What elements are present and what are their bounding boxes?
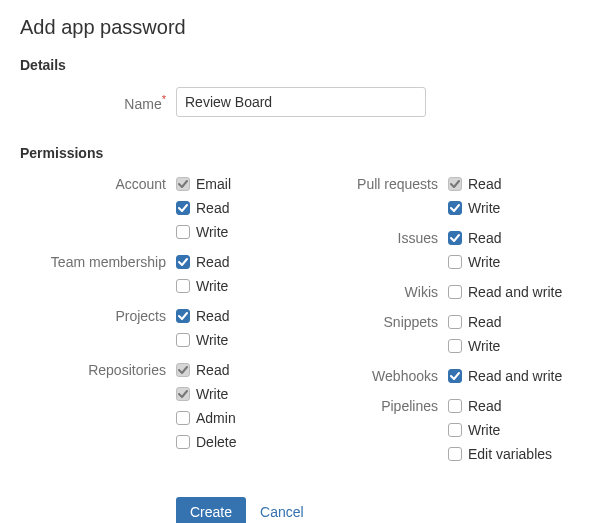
perm-label-projects: Projects	[20, 307, 176, 349]
checkbox-account-email	[176, 177, 190, 191]
checkbox-wikis-read-and-write[interactable]	[448, 285, 462, 299]
perm-group-wikis: WikisRead and write	[298, 283, 576, 301]
perm-label-webhooks: Webhooks	[298, 367, 448, 385]
checkbox-snippets-write[interactable]	[448, 339, 462, 353]
perm-opt-label: Write	[468, 253, 500, 271]
perm-group-projects: ProjectsReadWrite	[20, 307, 298, 349]
perm-group-account: AccountEmailReadWrite	[20, 175, 298, 241]
perm-opts-account: EmailReadWrite	[176, 175, 231, 241]
perm-opt-pipelines-write[interactable]: Write	[448, 421, 552, 439]
checkbox-team-membership-read[interactable]	[176, 255, 190, 269]
details-section-title: Details	[20, 57, 576, 73]
checkbox-issues-write[interactable]	[448, 255, 462, 269]
perm-opt-pipelines-read[interactable]: Read	[448, 397, 552, 415]
checkbox-repositories-delete[interactable]	[176, 435, 190, 449]
perm-opt-issues-write[interactable]: Write	[448, 253, 501, 271]
perm-opt-snippets-write[interactable]: Write	[448, 337, 501, 355]
perm-opts-wikis: Read and write	[448, 283, 562, 301]
perm-opt-label: Read and write	[468, 283, 562, 301]
perm-opt-label: Write	[196, 277, 228, 295]
perm-opt-projects-write[interactable]: Write	[176, 331, 229, 349]
perm-opt-label: Read	[468, 397, 501, 415]
perm-opt-repositories-read: Read	[176, 361, 236, 379]
checkbox-issues-read[interactable]	[448, 231, 462, 245]
perm-opt-account-write[interactable]: Write	[176, 223, 231, 241]
perm-opts-pull-requests: ReadWrite	[448, 175, 501, 217]
permissions-columns: AccountEmailReadWriteTeam membershipRead…	[20, 175, 576, 475]
perm-opt-label: Write	[468, 199, 500, 217]
perm-opt-account-read[interactable]: Read	[176, 199, 231, 217]
checkbox-pipelines-read[interactable]	[448, 399, 462, 413]
permissions-left-column: AccountEmailReadWriteTeam membershipRead…	[20, 175, 298, 475]
perm-opt-wikis-read-and-write[interactable]: Read and write	[448, 283, 562, 301]
button-row: Create Cancel	[176, 497, 576, 523]
perm-label-wikis: Wikis	[298, 283, 448, 301]
create-button[interactable]: Create	[176, 497, 246, 523]
cancel-link[interactable]: Cancel	[260, 504, 304, 520]
perm-opt-label: Read	[468, 229, 501, 247]
perm-opts-team-membership: ReadWrite	[176, 253, 229, 295]
name-input[interactable]	[176, 87, 426, 117]
checkbox-pull-requests-read	[448, 177, 462, 191]
perm-opt-label: Delete	[196, 433, 236, 451]
perm-label-pipelines: Pipelines	[298, 397, 448, 463]
perm-opt-label: Read and write	[468, 367, 562, 385]
perm-opt-label: Write	[196, 331, 228, 349]
perm-group-webhooks: WebhooksRead and write	[298, 367, 576, 385]
perm-group-repositories: RepositoriesReadWriteAdminDelete	[20, 361, 298, 451]
perm-label-account: Account	[20, 175, 176, 241]
permissions-right-column: Pull requestsReadWriteIssuesReadWriteWik…	[298, 175, 576, 475]
permissions-section-title: Permissions	[20, 145, 576, 161]
perm-opts-issues: ReadWrite	[448, 229, 501, 271]
perm-label-snippets: Snippets	[298, 313, 448, 355]
perm-opt-team-membership-read[interactable]: Read	[176, 253, 229, 271]
perm-opt-account-email: Email	[176, 175, 231, 193]
perm-opt-label: Write	[196, 385, 228, 403]
perm-opts-snippets: ReadWrite	[448, 313, 501, 355]
checkbox-pull-requests-write[interactable]	[448, 201, 462, 215]
checkbox-snippets-read[interactable]	[448, 315, 462, 329]
perm-opt-pull-requests-write[interactable]: Write	[448, 199, 501, 217]
perm-opt-webhooks-read-and-write[interactable]: Read and write	[448, 367, 562, 385]
perm-opt-issues-read[interactable]: Read	[448, 229, 501, 247]
checkbox-team-membership-write[interactable]	[176, 279, 190, 293]
name-label-text: Name	[124, 95, 161, 111]
checkbox-pipelines-edit-variables[interactable]	[448, 447, 462, 461]
perm-label-issues: Issues	[298, 229, 448, 271]
perm-group-pipelines: PipelinesReadWriteEdit variables	[298, 397, 576, 463]
name-field-row: Name*	[20, 87, 576, 117]
perm-opt-label: Read	[468, 313, 501, 331]
perm-opt-pull-requests-read: Read	[448, 175, 501, 193]
checkbox-repositories-admin[interactable]	[176, 411, 190, 425]
perm-group-team-membership: Team membershipReadWrite	[20, 253, 298, 295]
checkbox-account-write[interactable]	[176, 225, 190, 239]
page-heading: Add app password	[20, 16, 576, 39]
perm-opt-label: Read	[468, 175, 501, 193]
perm-opts-webhooks: Read and write	[448, 367, 562, 385]
perm-opt-label: Write	[468, 337, 500, 355]
perm-opt-snippets-read[interactable]: Read	[448, 313, 501, 331]
perm-opt-repositories-write: Write	[176, 385, 236, 403]
checkbox-webhooks-read-and-write[interactable]	[448, 369, 462, 383]
checkbox-projects-write[interactable]	[176, 333, 190, 347]
checkbox-repositories-write	[176, 387, 190, 401]
perm-opt-label: Read	[196, 361, 229, 379]
perm-opt-label: Admin	[196, 409, 236, 427]
checkbox-pipelines-write[interactable]	[448, 423, 462, 437]
perm-opt-team-membership-write[interactable]: Write	[176, 277, 229, 295]
perm-group-pull-requests: Pull requestsReadWrite	[298, 175, 576, 217]
perm-opts-pipelines: ReadWriteEdit variables	[448, 397, 552, 463]
perm-opt-projects-read[interactable]: Read	[176, 307, 229, 325]
perm-opt-label: Write	[196, 223, 228, 241]
perm-label-repositories: Repositories	[20, 361, 176, 451]
perm-opt-label: Edit variables	[468, 445, 552, 463]
checkbox-account-read[interactable]	[176, 201, 190, 215]
checkbox-projects-read[interactable]	[176, 309, 190, 323]
perm-label-pull-requests: Pull requests	[298, 175, 448, 217]
perm-label-team-membership: Team membership	[20, 253, 176, 295]
perm-opt-repositories-delete[interactable]: Delete	[176, 433, 236, 451]
name-label: Name*	[20, 93, 176, 112]
perm-opt-label: Read	[196, 199, 229, 217]
perm-opt-repositories-admin[interactable]: Admin	[176, 409, 236, 427]
perm-opt-pipelines-edit-variables[interactable]: Edit variables	[448, 445, 552, 463]
